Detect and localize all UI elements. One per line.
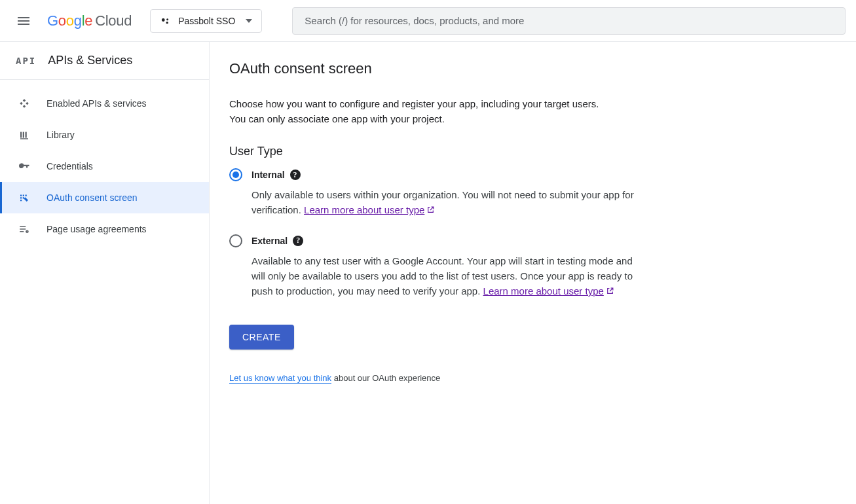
sidebar-item-label: OAuth consent screen: [47, 192, 138, 203]
radio-internal[interactable]: [229, 168, 242, 181]
chevron-down-icon: [246, 19, 252, 23]
feedback-line: Let us know what you think about our OAu…: [229, 373, 836, 383]
radio-external-label: External ?: [251, 234, 303, 248]
project-name: Passbolt SSO: [178, 16, 235, 26]
consent-icon: [18, 191, 31, 204]
logo[interactable]: Google Cloud: [47, 12, 132, 29]
feedback-rest: about our OAuth experience: [331, 373, 440, 383]
sidebar-item-credentials[interactable]: Credentials: [0, 151, 209, 182]
radio-option-external[interactable]: External ?: [229, 234, 836, 248]
sidebar-item-label: Enabled APIs & services: [47, 98, 147, 109]
sidebar-item-enabled-apis[interactable]: Enabled APIs & services: [0, 88, 209, 119]
learn-more-link-internal[interactable]: Learn more about user type: [304, 204, 424, 215]
main-content: OAuth consent screen Choose how you want…: [210, 42, 856, 504]
sidebar-item-label: Page usage agreements: [47, 224, 147, 234]
sidebar-item-label: Library: [47, 130, 75, 140]
external-description: Available to any test user with a Google…: [229, 253, 648, 299]
radio-external[interactable]: [229, 234, 242, 247]
sidebar-item-library[interactable]: Library: [0, 119, 209, 151]
external-link-icon: [606, 287, 614, 295]
external-link-icon: [426, 206, 435, 214]
project-picker[interactable]: Passbolt SSO: [150, 9, 262, 33]
nav-list: Enabled APIs & services Library Credenti…: [0, 80, 209, 245]
radio-internal-label: Internal ?: [251, 168, 301, 182]
create-button[interactable]: CREATE: [229, 325, 294, 350]
svg-point-0: [162, 18, 165, 22]
radio-label-text: Internal: [251, 170, 285, 180]
hamburger-icon: [16, 13, 31, 29]
radio-option-internal[interactable]: Internal ?: [229, 168, 836, 182]
agreement-icon: [18, 223, 31, 236]
feedback-link[interactable]: Let us know what you think: [229, 373, 331, 384]
page-title: OAuth consent screen: [229, 60, 836, 77]
top-header: Google Cloud Passbolt SSO: [0, 0, 856, 42]
logo-google: Google: [47, 12, 92, 29]
search-input[interactable]: [303, 14, 834, 27]
sidebar-item-label: Credentials: [47, 161, 93, 171]
api-badge: API: [16, 56, 36, 66]
help-icon[interactable]: ?: [293, 236, 303, 246]
hamburger-button[interactable]: [10, 8, 37, 34]
internal-description: Only available to users within your orga…: [229, 187, 648, 218]
user-type-heading: User Type: [229, 145, 836, 158]
sidebar-item-page-usage[interactable]: Page usage agreements: [0, 213, 209, 245]
library-icon: [18, 128, 31, 141]
sidebar-header: API APIs & Services: [0, 42, 209, 80]
svg-point-1: [166, 18, 168, 20]
sidebar: API APIs & Services Enabled APIs & servi…: [0, 42, 210, 504]
logo-cloud-text: Cloud: [95, 12, 132, 29]
project-icon: [160, 15, 172, 27]
svg-point-2: [166, 21, 168, 23]
sidebar-item-oauth-consent[interactable]: OAuth consent screen: [0, 182, 209, 213]
help-icon[interactable]: ?: [290, 170, 301, 180]
learn-more-link-external[interactable]: Learn more about user type: [483, 285, 604, 297]
key-icon: [18, 160, 31, 173]
search-box[interactable]: [292, 7, 846, 35]
diamond-icon: [18, 97, 31, 110]
intro-text: Choose how you want to configure and reg…: [229, 97, 616, 126]
sidebar-title: APIs & Services: [48, 54, 132, 67]
radio-label-text: External: [251, 236, 288, 246]
